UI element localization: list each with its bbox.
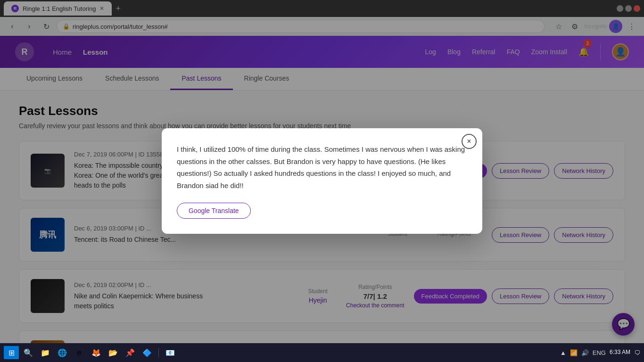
modal-overlay[interactable]: × I think, I utilized 100% of time durin… (0, 0, 644, 362)
taskbar-notification-icon[interactable]: 🗨 (634, 349, 640, 356)
taskbar-network-icon[interactable]: 📶 (570, 349, 578, 356)
modal-dialog: × I think, I utilized 100% of time durin… (162, 128, 482, 234)
taskbar-app2[interactable]: 🔷 (140, 346, 155, 359)
taskbar-clock[interactable]: 6:33 AM (610, 349, 630, 356)
taskbar-volume-icon[interactable]: 🔊 (581, 349, 589, 356)
taskbar-separator (158, 348, 159, 357)
taskbar-arrow-icon[interactable]: ▲ (560, 349, 566, 356)
start-button[interactable]: ⊞ (4, 346, 19, 359)
taskbar-folder[interactable]: 📂 (106, 346, 121, 359)
taskbar-cortana[interactable]: 🔍 (21, 346, 36, 359)
taskbar-ie[interactable]: e (72, 346, 87, 359)
taskbar-app3[interactable]: 📧 (163, 346, 178, 359)
taskbar-right: ▲ 📶 🔊 ENG 6:33 AM 🗨 (560, 349, 640, 356)
taskbar-app1[interactable]: 📌 (123, 346, 138, 359)
modal-text: I think, I utilized 100% of time during … (177, 143, 467, 191)
google-translate-button[interactable]: Google Translate (177, 203, 251, 219)
taskbar-firefox[interactable]: 🦊 (89, 346, 104, 359)
taskbar-chrome[interactable]: 🌐 (55, 346, 70, 359)
taskbar-ime-icon[interactable]: ENG (593, 349, 606, 356)
taskbar: ⊞ 🔍 📁 🌐 e 🦊 📂 📌 🔷 📧 ▲ 📶 🔊 ENG 6:33 AM 🗨 (0, 343, 644, 362)
modal-close-button[interactable]: × (462, 134, 477, 149)
taskbar-file-explorer[interactable]: 📁 (38, 346, 53, 359)
